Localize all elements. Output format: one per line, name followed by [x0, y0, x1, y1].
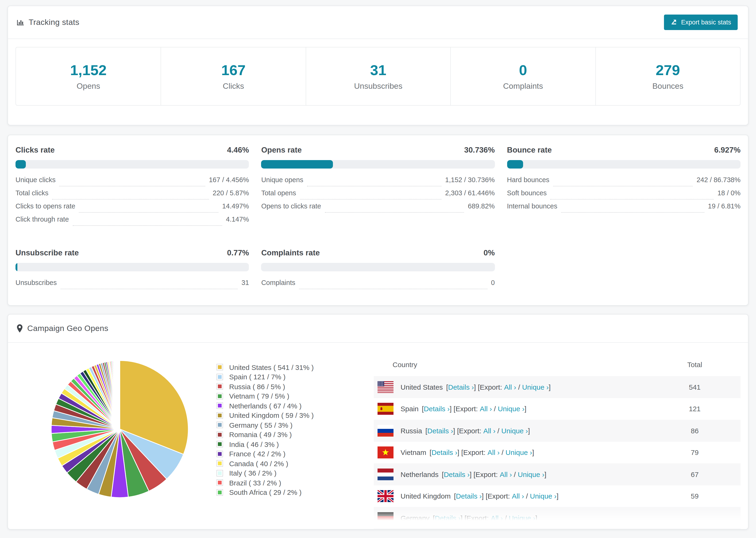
- rate-card-opens-rate: Opens rate30.736%Unique opens1,152 / 30.…: [261, 145, 495, 215]
- legend-swatch: [217, 451, 223, 457]
- geo-details-link[interactable]: Details ›: [444, 470, 469, 478]
- legend-item-south-africa[interactable]: South Africa ( 29 / 2% ): [217, 488, 358, 497]
- geo-export-all-link[interactable]: All ›: [487, 449, 500, 457]
- rate-card-bounce-rate: Bounce rate6.927%Hard bounces242 / 86.73…: [507, 145, 740, 215]
- tracking-stats-card: Tracking stats Export basic stats 1,152O…: [8, 6, 748, 125]
- geo-export-all-link[interactable]: All ›: [512, 492, 524, 500]
- geo-table-row-us: United States[Details ›] [Export: All › …: [374, 376, 740, 398]
- legend-item-spain[interactable]: Spain ( 121 / 7% ): [217, 372, 358, 382]
- legend-item-brazil[interactable]: Brazil ( 33 / 2% ): [217, 478, 358, 488]
- progress-track: [507, 160, 740, 169]
- legend-swatch: [217, 470, 223, 476]
- flag-es-icon: [378, 403, 394, 415]
- legend-label: Spain ( 121 / 7% ): [229, 373, 286, 381]
- legend-item-russia[interactable]: Russia ( 86 / 5% ): [217, 382, 358, 391]
- legend-label: Netherlands ( 67 / 4% ): [229, 402, 302, 410]
- stat-value: 279: [596, 62, 740, 79]
- rate-detail-label: Unsubscribes: [16, 279, 57, 286]
- legend-item-germany[interactable]: Germany ( 55 / 3% ): [217, 420, 358, 430]
- stat-label: Unsubscribes: [306, 82, 451, 91]
- legend-item-united-states[interactable]: United States ( 541 / 31% ): [217, 362, 358, 372]
- geo-opens-header: Campaign Geo Opens: [8, 314, 748, 343]
- geo-opens-title: Campaign Geo Opens: [27, 324, 108, 333]
- legend-item-india[interactable]: India ( 46 / 3% ): [217, 439, 358, 449]
- legend-label: South Africa ( 29 / 2% ): [229, 488, 302, 497]
- legend-swatch: [217, 374, 223, 380]
- country-name: United States: [401, 383, 443, 391]
- geo-export-all-link[interactable]: All ›: [483, 427, 496, 435]
- geo-export-unique-link[interactable]: Unique ›: [506, 449, 532, 457]
- legend-swatch: [217, 384, 223, 389]
- legend-label: Canada ( 40 / 2% ): [229, 459, 288, 467]
- geo-export-unique-link[interactable]: Unique ›: [501, 427, 528, 435]
- geo-export-all-link[interactable]: All ›: [504, 383, 516, 391]
- dotted-leader: [73, 225, 222, 226]
- geo-body: United States ( 541 / 31% )Spain ( 121 /…: [8, 343, 748, 529]
- dotted-leader: [551, 199, 714, 199]
- rate-card-complaints-rate: Complaints rate0%Complaints0: [261, 248, 495, 292]
- export-basic-stats-button[interactable]: Export basic stats: [664, 15, 738, 30]
- rate-detail-value: 2,303 / 61.446%: [445, 189, 495, 197]
- rate-detail-value: 14.497%: [222, 202, 249, 210]
- rate-detail-row: Hard bounces242 / 86.738%: [507, 176, 740, 189]
- country-name: Vietnam: [401, 449, 426, 457]
- geo-export-unique-link[interactable]: Unique ›: [498, 405, 524, 413]
- legend-item-united-kingdom[interactable]: United Kingdom ( 59 / 3% ): [217, 410, 358, 420]
- country-name: Netherlands: [401, 470, 439, 478]
- rate-detail-value: 1,152 / 30.736%: [445, 176, 495, 184]
- rate-head: Clicks rate4.46%: [16, 145, 249, 154]
- country-total: 79: [649, 442, 740, 463]
- stat-box-clicks: 167Clicks: [161, 47, 306, 105]
- rate-head: Complaints rate0%: [261, 248, 495, 257]
- rate-detail-label: Soft bounces: [507, 189, 547, 197]
- rate-detail-label: Unique clicks: [16, 176, 56, 184]
- rate-title: Clicks rate: [16, 145, 55, 154]
- geo-legend: United States ( 541 / 31% )Spain ( 121 /…: [217, 362, 358, 497]
- rate-detail-value: 242 / 86.738%: [697, 176, 740, 184]
- legend-item-france[interactable]: France ( 42 / 2% ): [217, 449, 358, 459]
- rate-detail-row: Soft bounces18 / 0%: [507, 189, 740, 202]
- rate-detail-row: Clicks to opens rate14.497%: [16, 202, 249, 215]
- geo-details-link[interactable]: Details ›: [424, 405, 450, 413]
- country-total: 541: [649, 376, 740, 398]
- legend-label: India ( 46 / 3% ): [229, 440, 279, 448]
- progress-track: [261, 160, 495, 169]
- geo-export-all-link[interactable]: All ›: [500, 470, 512, 478]
- legend-label: Italy ( 36 / 2% ): [229, 469, 277, 477]
- rate-title: Unsubscribe rate: [16, 248, 79, 257]
- legend-item-romania[interactable]: Romania ( 49 / 3% ): [217, 430, 358, 439]
- geo-table-wrap: Country Total United States[Details ›] […: [374, 354, 740, 529]
- legend-item-italy[interactable]: Italy ( 36 / 2% ): [217, 468, 358, 478]
- geo-pie-chart: [49, 359, 190, 500]
- geo-details-link[interactable]: Details ›: [435, 514, 460, 522]
- stat-box-unsubscribes: 31Unsubscribes: [306, 47, 451, 105]
- dotted-leader: [299, 289, 487, 289]
- rate-detail-label: Clicks to opens rate: [16, 202, 75, 210]
- country-name: Russia: [401, 427, 422, 435]
- geo-export-unique-link[interactable]: Unique ›: [518, 470, 544, 478]
- geo-details-link[interactable]: Details ›: [432, 449, 458, 457]
- legend-item-canada[interactable]: Canada ( 40 / 2% ): [217, 459, 358, 468]
- geo-details-link[interactable]: Details ›: [456, 492, 482, 500]
- geo-export-all-link[interactable]: All ›: [491, 514, 503, 522]
- geo-details-link[interactable]: Details ›: [427, 427, 453, 435]
- legend-swatch: [217, 364, 223, 370]
- geo-export-all-link[interactable]: All ›: [480, 405, 492, 413]
- rate-card-unsubscribe-rate: Unsubscribe rate0.77%Unsubscribes31: [16, 248, 249, 292]
- geo-export-unique-link[interactable]: Unique ›: [522, 383, 549, 391]
- rate-detail-value: 220 / 5.87%: [213, 189, 249, 197]
- dotted-leader: [61, 289, 238, 289]
- tracking-stats-title: Tracking stats: [28, 18, 80, 27]
- rate-head: Opens rate30.736%: [261, 145, 495, 154]
- legend-label: Vietnam ( 79 / 5% ): [229, 392, 289, 400]
- legend-item-vietnam[interactable]: Vietnam ( 79 / 5% ): [217, 391, 358, 401]
- geo-details-link[interactable]: Details ›: [448, 383, 474, 391]
- country-name: Spain: [401, 405, 419, 413]
- geo-export-unique-link[interactable]: Unique ›: [509, 514, 535, 522]
- geo-export-unique-link[interactable]: Unique ›: [530, 492, 557, 500]
- geo-table-row-vn: Vietnam[Details ›] [Export: All › / Uniq…: [374, 442, 740, 463]
- legend-item-netherlands[interactable]: Netherlands ( 67 / 4% ): [217, 401, 358, 410]
- legend-label: Brazil ( 33 / 2% ): [229, 479, 281, 487]
- stat-value: 167: [161, 62, 306, 79]
- rate-detail-label: Unique opens: [261, 176, 303, 184]
